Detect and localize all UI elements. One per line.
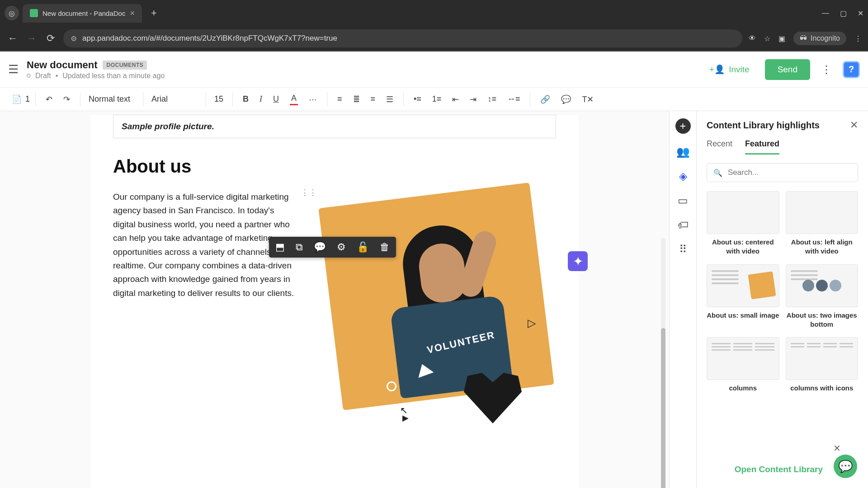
lock-icon[interactable]: 🔓 <box>354 239 372 255</box>
back-button[interactable]: ← <box>6 33 19 44</box>
block-toolbar: ⬒ ⧉ 💬 ⚙ 🔓 🗑 <box>269 237 396 258</box>
align-center-button[interactable]: ≣ <box>349 91 364 108</box>
site-settings-icon[interactable]: ⚙ <box>71 34 77 43</box>
undo-button[interactable]: ↶ <box>41 91 57 108</box>
chat-support-button[interactable]: 💬 <box>834 455 857 478</box>
incognito-label: Incognito <box>811 34 840 42</box>
app-header: ☰ New document DOCUMENTS Draft • Updated… <box>0 52 868 88</box>
line-spacing-button[interactable]: ↕≡ <box>483 91 501 108</box>
browser-tab[interactable]: New document - PandaDoc × <box>23 4 142 23</box>
page-icon: 📄 <box>12 94 22 104</box>
vertical-scrollbar[interactable] <box>661 238 665 488</box>
text-style-select[interactable]: Normal text <box>82 91 141 108</box>
bookmark-icon[interactable]: ☆ <box>764 34 770 43</box>
help-button[interactable]: ? <box>843 61 860 78</box>
url-text: app.pandadoc.com/a/#/documents/2UzYiBKr8… <box>82 34 337 43</box>
catalog-icon[interactable]: 🏷 <box>678 219 689 231</box>
library-card[interactable]: About us: two images bottom <box>786 264 859 329</box>
visibility-off-icon[interactable]: 👁 <box>749 34 756 42</box>
new-tab-button[interactable]: + <box>146 5 162 22</box>
content-library-icon[interactable]: ◈ <box>679 170 687 183</box>
align-justify-button[interactable]: ☰ <box>382 91 398 108</box>
reload-button[interactable]: ⟳ <box>44 33 57 44</box>
column-spacing-button[interactable]: ↔≡ <box>503 91 525 108</box>
settings-icon[interactable]: ⚙ <box>334 239 349 255</box>
add-comment-icon[interactable]: 💬 <box>311 239 329 255</box>
invite-icon: +👤 <box>709 64 725 75</box>
bullet-list-button[interactable]: •≡ <box>409 91 426 108</box>
number-list-button[interactable]: 1≡ <box>428 91 446 108</box>
dismiss-hint-icon[interactable]: ✕ <box>833 443 841 454</box>
side-panel-icon[interactable]: ▣ <box>778 34 785 43</box>
invite-label: Invite <box>729 65 749 75</box>
close-tab-icon[interactable]: × <box>130 9 135 18</box>
outdent-button[interactable]: ⇤ <box>448 91 463 108</box>
forward-button[interactable]: → <box>25 33 38 44</box>
bold-button[interactable]: B <box>238 91 253 108</box>
send-button[interactable]: Send <box>765 59 810 80</box>
align-left-button[interactable]: ≡ <box>333 91 347 108</box>
library-card[interactable]: About us: left align with video <box>786 191 859 256</box>
status-dot-icon <box>27 74 31 78</box>
editor-toolbar: 📄 1 ↶ ↷ Normal text Arial 15 B I U A ⋯ ≡… <box>0 88 868 111</box>
hamburger-icon[interactable]: ☰ <box>8 62 19 76</box>
add-content-icon[interactable]: + <box>675 118 691 134</box>
italic-button[interactable]: I <box>255 91 267 108</box>
link-button[interactable]: 🔗 <box>536 91 555 108</box>
delete-icon[interactable]: 🗑 <box>377 239 392 255</box>
library-card[interactable]: About us: small image <box>707 264 779 329</box>
search-input[interactable] <box>728 168 851 177</box>
page-number: 1 <box>25 94 30 104</box>
tab-featured[interactable]: Featured <box>745 139 779 155</box>
image-block[interactable]: 〰 VOLUNTEER ▷ ▶ <box>312 190 556 434</box>
tab-recent[interactable]: Recent <box>707 139 732 155</box>
underline-button[interactable]: U <box>269 91 283 108</box>
incognito-badge[interactable]: 🕶 Incognito <box>793 32 846 45</box>
url-input[interactable]: ⚙ app.pandadoc.com/a/#/documents/2UzYiBK… <box>63 29 742 47</box>
right-rail: + 👥 ◈ ▭ 🏷 ⠿ <box>669 111 696 488</box>
minimize-icon[interactable]: ― <box>822 9 829 18</box>
document-page[interactable]: Sample profile picture. About us Our com… <box>90 115 579 488</box>
invite-button[interactable]: +👤 Invite <box>701 60 758 79</box>
search-icon: 🔍 <box>713 169 722 177</box>
font-size-select[interactable]: 15 <box>208 91 231 108</box>
more-format-button[interactable]: ⋯ <box>304 91 321 108</box>
recipients-icon[interactable]: 👥 <box>676 145 690 158</box>
browser-menu-icon[interactable]: ⋮ <box>854 34 862 43</box>
add-block-button[interactable]: ✦ <box>568 251 588 271</box>
close-window-icon[interactable]: ✕ <box>858 9 863 18</box>
text-color-button[interactable]: A <box>285 90 302 109</box>
search-box[interactable]: 🔍 <box>707 163 858 182</box>
maximize-icon[interactable]: ▢ <box>840 9 847 18</box>
library-card[interactable]: columns <box>707 337 779 393</box>
more-menu-icon[interactable]: ⋮ <box>817 60 835 80</box>
comment-button[interactable]: 💬 <box>557 91 576 108</box>
card-label: columns <box>707 384 779 393</box>
insert-above-icon[interactable]: ⬒ <box>273 239 288 255</box>
card-label: About us: left align with video <box>786 238 859 256</box>
mouse-cursor-icon: ↖ <box>400 405 408 416</box>
redo-button[interactable]: ↷ <box>59 91 75 108</box>
library-card[interactable]: columns with icons <box>786 337 859 393</box>
address-bar: ← → ⟳ ⚙ app.pandadoc.com/a/#/documents/2… <box>0 26 868 52</box>
duplicate-icon[interactable]: ⧉ <box>293 239 306 255</box>
panel-close-icon[interactable]: ✕ <box>850 119 858 131</box>
variables-icon[interactable]: ▭ <box>678 194 688 207</box>
open-content-library-link[interactable]: Open Content Library <box>735 465 823 474</box>
clear-format-button[interactable]: T✕ <box>577 91 598 108</box>
library-card[interactable]: About us: centered with video <box>707 191 779 256</box>
incognito-shield-icon: ◎ <box>5 6 19 20</box>
about-us-heading[interactable]: About us <box>113 156 556 177</box>
document-title[interactable]: New document <box>27 59 97 71</box>
indent-button[interactable]: ⇥ <box>465 91 481 108</box>
font-select[interactable]: Arial <box>145 91 204 108</box>
page-indicator[interactable]: 📄 1 <box>12 94 30 104</box>
align-right-button[interactable]: ≡ <box>366 91 380 108</box>
body-text[interactable]: Our company is a full-service digital ma… <box>113 190 298 434</box>
incognito-icon: 🕶 <box>800 34 807 42</box>
image-caption[interactable]: Sample profile picture. <box>113 115 556 138</box>
updated-text: Updated less than a minute ago <box>62 72 165 80</box>
apps-icon[interactable]: ⠿ <box>679 243 687 256</box>
favicon-icon <box>30 9 38 17</box>
card-label: About us: two images bottom <box>786 311 859 329</box>
